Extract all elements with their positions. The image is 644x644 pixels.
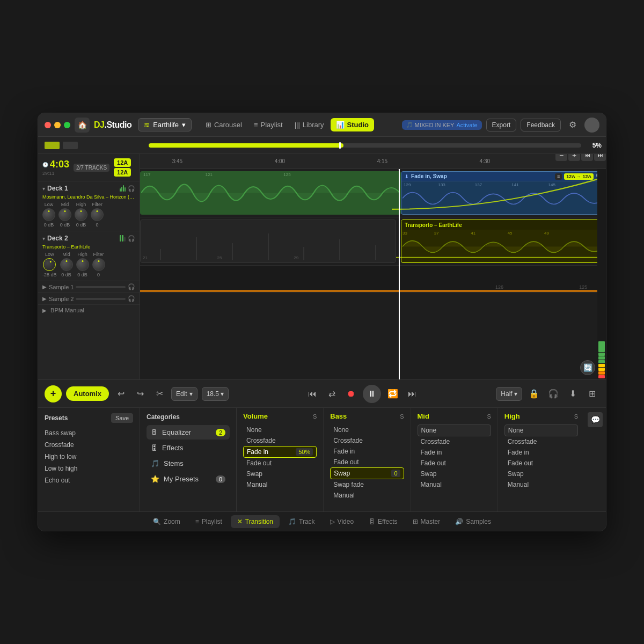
tab-effects[interactable]: 🎛 Effects xyxy=(362,515,404,528)
nav-playlist[interactable]: ≡ Playlist xyxy=(248,118,288,131)
scissors-button[interactable]: ✂ xyxy=(152,386,167,401)
volume-fade-in[interactable]: Fade in 50% xyxy=(243,446,317,458)
tab-zoom[interactable]: 🔍 Zoom xyxy=(147,515,187,528)
grid-button[interactable]: ⊞ xyxy=(584,386,599,401)
bass-crossfade[interactable]: Crossfade xyxy=(330,435,404,446)
preset-bass-swap[interactable]: Bass swap xyxy=(45,427,133,439)
skip-back[interactable]: ⏮ xyxy=(581,154,593,161)
tab-samples[interactable]: 🔊 Samples xyxy=(449,515,497,528)
category-stems[interactable]: 🎵 Stems xyxy=(147,456,230,471)
bass-swap[interactable]: Swap 0 xyxy=(330,467,404,479)
tab-playlist[interactable]: ≡ Playlist xyxy=(189,515,229,528)
mid-s-btn[interactable]: S xyxy=(487,413,491,420)
high-manual[interactable]: Manual xyxy=(504,479,578,490)
lock-button[interactable]: 🔒 xyxy=(526,386,541,401)
bass-manual[interactable]: Manual xyxy=(330,490,404,501)
deck2-low-knob[interactable]: Low -28 dB xyxy=(42,252,57,277)
deck2-mid-knob[interactable]: Mid 0 dB xyxy=(60,252,73,277)
user-avatar[interactable] xyxy=(584,118,599,133)
deck1-filter-knob[interactable]: Filter 0 xyxy=(91,202,104,228)
feedback-button[interactable]: Feedback xyxy=(521,119,561,131)
playlist-tab-icon: ≡ xyxy=(195,518,199,525)
mid-fade-out[interactable]: Fade out xyxy=(418,458,491,469)
close-button[interactable] xyxy=(45,122,51,128)
tab-track[interactable]: 🎵 Track xyxy=(282,515,321,528)
bottom-tabs: 🔍 Zoom ≡ Playlist ✕ Transition 🎵 Track ▷… xyxy=(38,511,606,531)
high-fade-in[interactable]: Fade in xyxy=(504,447,578,458)
volume-manual[interactable]: Manual xyxy=(243,479,317,490)
zoom-minus[interactable]: − xyxy=(555,154,567,161)
edit-dropdown[interactable]: Edit ▾ xyxy=(171,387,197,401)
playlist-icon: ≡ xyxy=(254,121,258,129)
skip-to-end[interactable]: ⏭ xyxy=(405,386,420,401)
tab-transition[interactable]: ✕ Transition xyxy=(231,515,280,528)
bass-s-btn[interactable]: S xyxy=(400,413,404,420)
loop-button[interactable]: 🔄 xyxy=(580,360,595,375)
volume-s-btn[interactable]: S xyxy=(313,413,317,420)
deck1-low-knob[interactable]: Low 0 dB xyxy=(42,202,55,228)
effects-tab-icon: 🎛 xyxy=(369,518,375,525)
deck2-filter-knob[interactable]: Filter 0 xyxy=(92,252,105,277)
half-dropdown[interactable]: Half ▾ xyxy=(496,387,522,401)
bpm-manual[interactable]: ▶ BPM Manual xyxy=(38,305,140,316)
download-button[interactable]: ⬇ xyxy=(565,386,580,401)
bass-swap-fade[interactable]: Swap fade xyxy=(330,479,404,490)
loop-button-transport[interactable]: ⇄ xyxy=(324,386,339,401)
bass-fade-in[interactable]: Fade in xyxy=(330,446,404,457)
preset-crossfade[interactable]: Crossfade xyxy=(45,439,133,451)
high-fade-out[interactable]: Fade out xyxy=(504,458,578,469)
high-crossfade[interactable]: Crossfade xyxy=(504,436,578,447)
zoom-plus[interactable]: + xyxy=(568,154,580,161)
nav-library[interactable]: ||| Library xyxy=(289,118,330,131)
preset-high-to-low[interactable]: High to low xyxy=(45,451,133,463)
mid-manual[interactable]: Manual xyxy=(418,479,491,490)
skip-fwd[interactable]: ⏭ xyxy=(594,154,606,161)
deck1-mid-knob[interactable]: Mid 0 dB xyxy=(58,202,71,228)
chat-button[interactable]: 💬 xyxy=(588,412,603,427)
project-selector[interactable]: ≋ Earthlife ▾ xyxy=(138,118,192,131)
preset-echo-out[interactable]: Echo out xyxy=(45,474,133,486)
volume-none[interactable]: None xyxy=(243,425,317,435)
nav-studio[interactable]: 📊 Studio xyxy=(331,118,374,131)
redo-button[interactable]: ↪ xyxy=(133,386,148,401)
category-my-presets[interactable]: ⭐ My Presets 0 xyxy=(147,472,230,486)
timeline-ruler: − + ⏮ ⏭ 3:45 4:00 4:15 4:30 xyxy=(140,154,606,169)
record-button[interactable]: ⏺ xyxy=(343,386,358,401)
home-button[interactable]: 🏠 xyxy=(75,118,90,133)
minimize-button[interactable] xyxy=(54,122,61,128)
timeline-scrubber[interactable] xyxy=(149,143,581,148)
playhead[interactable] xyxy=(399,169,400,379)
category-effects[interactable]: 🎛 Effects xyxy=(147,441,230,455)
maximize-button[interactable] xyxy=(64,122,70,128)
bpm-dropdown[interactable]: 18.5 ▾ xyxy=(202,387,229,401)
export-button[interactable]: Export xyxy=(486,119,517,131)
bass-fade-out[interactable]: Fade out xyxy=(330,457,404,467)
volume-swap[interactable]: Swap xyxy=(243,469,317,479)
pause-button[interactable]: ⏸ xyxy=(363,385,381,403)
headphones-button[interactable]: 🎧 xyxy=(546,386,561,401)
skip-to-start[interactable]: ⏮ xyxy=(305,386,320,401)
tab-master[interactable]: ⊞ Master xyxy=(406,515,447,528)
bass-none[interactable]: None xyxy=(330,425,404,435)
deck1-high-knob[interactable]: High 0 dB xyxy=(75,202,87,228)
undo-button[interactable]: ↩ xyxy=(113,386,128,401)
volume-fade-out[interactable]: Fade out xyxy=(243,458,317,469)
tab-video[interactable]: ▷ Video xyxy=(324,515,360,528)
nav-carousel[interactable]: ⊞ Carousel xyxy=(200,118,247,131)
settings-button[interactable]: ⚙ xyxy=(565,118,580,133)
deck2-high-knob[interactable]: High 0 dB xyxy=(76,252,89,277)
mid-swap[interactable]: Swap xyxy=(418,469,491,479)
high-swap[interactable]: Swap xyxy=(504,469,578,479)
add-button[interactable]: + xyxy=(45,385,62,402)
repeat-button[interactable]: 🔁 xyxy=(385,386,400,401)
automix-button[interactable]: Automix xyxy=(66,386,109,401)
preset-low-to-high[interactable]: Low to high xyxy=(45,463,133,474)
volume-crossfade[interactable]: Crossfade xyxy=(243,435,317,446)
mid-fade-in[interactable]: Fade in xyxy=(418,447,491,458)
high-none[interactable]: None xyxy=(504,425,578,436)
mid-crossfade[interactable]: Crossfade xyxy=(418,436,491,447)
save-preset-button[interactable]: Save xyxy=(111,413,133,423)
category-equalizer[interactable]: 🎚 Equalizer 2 xyxy=(147,425,230,440)
mid-none[interactable]: None xyxy=(418,425,491,436)
high-s-btn[interactable]: S xyxy=(574,413,578,420)
